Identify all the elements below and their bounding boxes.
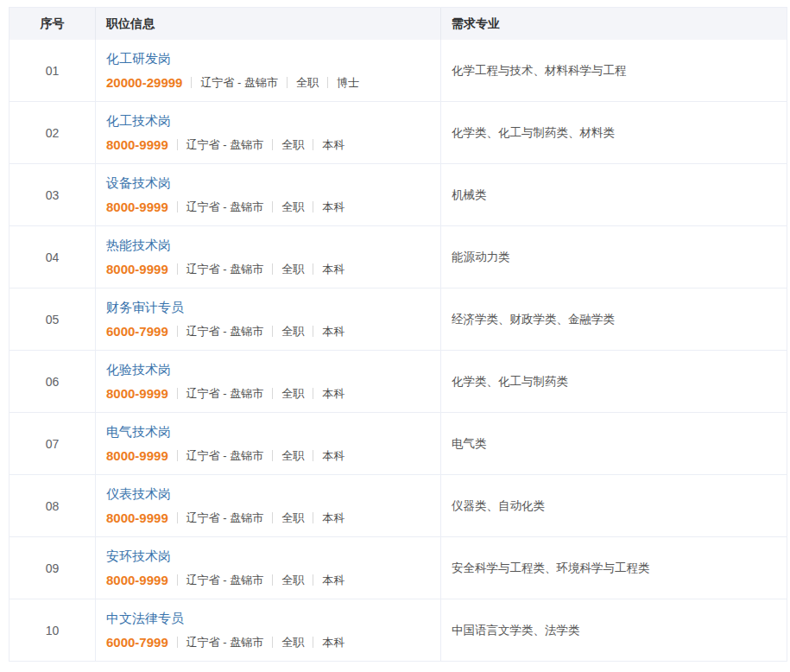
job-meta: 8000-9999 辽宁省 - 盘锦市 全职 本科 (106, 262, 440, 277)
job-meta: 8000-9999 辽宁省 - 盘锦市 全职 本科 (106, 137, 440, 153)
meta-divider (313, 512, 313, 523)
salary-range: 6000-7999 (106, 324, 168, 339)
job-title-link[interactable]: 热能技术岗 (106, 238, 440, 254)
meta-divider (177, 512, 178, 523)
salary-range: 8000-9999 (106, 386, 168, 401)
job-type: 全职 (281, 635, 304, 650)
meta-divider (272, 512, 273, 523)
job-degree: 本科 (322, 262, 344, 277)
table-row: 07 电气技术岗 8000-9999 辽宁省 - 盘锦市 全职 本科 电气类 (9, 413, 787, 475)
salary-range: 8000-9999 (106, 448, 168, 463)
table-row: 09 安环技术岗 8000-9999 辽宁省 - 盘锦市 全职 本科 安全科学与… (9, 537, 787, 599)
job-type: 全职 (281, 262, 304, 277)
job-location: 辽宁省 - 盘锦市 (186, 200, 264, 215)
row-serial-number: 04 (9, 226, 96, 288)
row-serial-number: 01 (9, 40, 96, 101)
meta-divider (313, 450, 313, 461)
job-meta: 8000-9999 辽宁省 - 盘锦市 全职 本科 (106, 448, 440, 464)
job-location: 辽宁省 - 盘锦市 (186, 510, 264, 526)
job-title-link[interactable]: 安环技术岗 (106, 548, 440, 565)
row-required-majors: 化学类、化工与制药类、材料类 (441, 102, 787, 163)
row-position-cell: 热能技术岗 8000-9999 辽宁省 - 盘锦市 全职 本科 (96, 226, 441, 288)
row-serial-number: 02 (9, 102, 96, 163)
job-title-link[interactable]: 化验技术岗 (106, 362, 440, 378)
row-required-majors: 能源动力类 (441, 226, 787, 288)
meta-divider (191, 77, 192, 88)
meta-divider (272, 450, 273, 461)
row-position-cell: 电气技术岗 8000-9999 辽宁省 - 盘锦市 全职 本科 (96, 413, 441, 474)
row-serial-number: 07 (9, 413, 96, 474)
row-serial-number: 06 (9, 351, 96, 412)
meta-divider (177, 450, 178, 461)
job-degree: 本科 (322, 324, 344, 339)
salary-range: 6000-7999 (106, 635, 168, 650)
job-location: 辽宁省 - 盘锦市 (186, 386, 264, 402)
table-row: 02 化工技术岗 8000-9999 辽宁省 - 盘锦市 全职 本科 化学类、化… (9, 102, 787, 164)
meta-divider (287, 77, 288, 88)
job-type: 全职 (281, 510, 304, 526)
job-location: 辽宁省 - 盘锦市 (186, 573, 264, 588)
meta-divider (313, 574, 313, 586)
job-title-link[interactable]: 仪表技术岗 (106, 486, 440, 503)
header-required-major: 需求专业 (441, 8, 787, 40)
row-required-majors: 电气类 (441, 413, 787, 474)
meta-divider (313, 388, 313, 399)
salary-range: 8000-9999 (106, 137, 168, 152)
row-required-majors: 机械类 (441, 164, 787, 225)
row-position-cell: 设备技术岗 8000-9999 辽宁省 - 盘锦市 全职 本科 (96, 164, 441, 225)
job-location: 辽宁省 - 盘锦市 (186, 324, 264, 339)
job-meta: 8000-9999 辽宁省 - 盘锦市 全职 本科 (106, 573, 440, 588)
meta-divider (177, 574, 178, 586)
job-degree: 本科 (322, 573, 344, 588)
job-meta: 8000-9999 辽宁省 - 盘锦市 全职 本科 (106, 386, 440, 402)
job-location: 辽宁省 - 盘锦市 (186, 137, 264, 153)
salary-range: 20000-29999 (106, 75, 182, 90)
job-meta: 6000-7999 辽宁省 - 盘锦市 全职 本科 (106, 324, 440, 339)
row-position-cell: 中文法律专员 6000-7999 辽宁省 - 盘锦市 全职 本科 (96, 599, 441, 661)
job-title-link[interactable]: 中文法律专员 (106, 611, 440, 627)
meta-divider (272, 139, 273, 150)
salary-range: 8000-9999 (106, 573, 168, 587)
row-required-majors: 化学类、化工与制药类 (441, 351, 787, 412)
row-required-majors: 经济学类、财政学类、金融学类 (441, 288, 787, 350)
row-serial-number: 09 (9, 537, 96, 599)
job-degree: 本科 (322, 200, 344, 215)
meta-divider (313, 637, 313, 648)
table-row: 04 热能技术岗 8000-9999 辽宁省 - 盘锦市 全职 本科 能源动力类 (9, 226, 787, 288)
row-required-majors: 化学工程与技术、材料科学与工程 (441, 40, 787, 101)
job-location: 辽宁省 - 盘锦市 (186, 448, 264, 464)
job-degree: 本科 (322, 386, 344, 402)
row-required-majors: 仪器类、自动化类 (441, 475, 787, 536)
row-required-majors: 中国语言文学类、法学类 (441, 599, 787, 661)
job-type: 全职 (281, 324, 304, 339)
job-title-link[interactable]: 化工技术岗 (106, 113, 440, 130)
job-title-link[interactable]: 财务审计专员 (106, 300, 440, 316)
table-body: 01 化工研发岗 20000-29999 辽宁省 - 盘锦市 全职 博士 化学工… (9, 40, 787, 662)
meta-divider (272, 263, 273, 275)
job-title-link[interactable]: 化工研发岗 (106, 51, 440, 67)
row-position-cell: 安环技术岗 8000-9999 辽宁省 - 盘锦市 全职 本科 (96, 537, 441, 599)
row-position-cell: 化工研发岗 20000-29999 辽宁省 - 盘锦市 全职 博士 (96, 40, 441, 101)
meta-divider (272, 388, 273, 399)
table-row: 06 化验技术岗 8000-9999 辽宁省 - 盘锦市 全职 本科 化学类、化… (9, 351, 787, 413)
job-location: 辽宁省 - 盘锦市 (186, 635, 264, 650)
meta-divider (313, 139, 313, 150)
row-serial-number: 03 (9, 164, 96, 225)
job-degree: 本科 (322, 510, 344, 526)
meta-divider (177, 637, 178, 648)
header-serial-number: 序号 (9, 8, 96, 40)
job-type: 全职 (281, 386, 304, 402)
job-title-link[interactable]: 电气技术岗 (106, 424, 440, 441)
job-meta: 6000-7999 辽宁省 - 盘锦市 全职 本科 (106, 635, 440, 650)
meta-divider (177, 388, 178, 399)
job-location: 辽宁省 - 盘锦市 (186, 262, 264, 277)
header-position-info: 职位信息 (96, 8, 441, 40)
row-position-cell: 化工技术岗 8000-9999 辽宁省 - 盘锦市 全职 本科 (96, 102, 441, 163)
job-listing-page: 序号 职位信息 需求专业 01 化工研发岗 20000-29999 辽宁省 - … (0, 0, 790, 672)
job-type: 全职 (296, 75, 319, 91)
job-title-link[interactable]: 设备技术岗 (106, 175, 440, 192)
row-serial-number: 05 (9, 288, 96, 350)
job-meta: 8000-9999 辽宁省 - 盘锦市 全职 本科 (106, 200, 440, 215)
row-serial-number: 10 (9, 599, 96, 661)
row-position-cell: 化验技术岗 8000-9999 辽宁省 - 盘锦市 全职 本科 (96, 351, 441, 412)
